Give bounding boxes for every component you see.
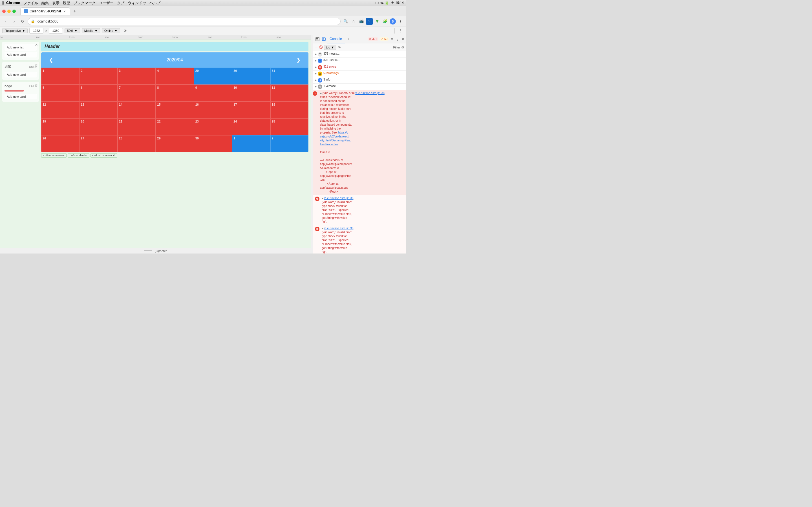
profile-avatar[interactable]: S [390, 18, 396, 24]
calendar-next-button[interactable]: ❯ [294, 56, 303, 64]
menubar-tab[interactable]: タブ [117, 1, 124, 6]
address-bar[interactable]: 🔒 localhost:5000 [28, 18, 341, 25]
menubar-bookmarks[interactable]: ブックマーク [73, 1, 96, 6]
reload-button[interactable]: ↻ [19, 18, 26, 25]
calendar-cell[interactable]: 5 [41, 84, 79, 101]
calendar-cell[interactable]: 14 [117, 101, 156, 118]
calendar-cell[interactable]: 1 [232, 135, 270, 152]
menubar-window[interactable]: ウィンドウ [128, 1, 146, 6]
calendar-cell[interactable]: 8 [156, 84, 194, 101]
calendar-cell[interactable]: 12 [41, 101, 79, 118]
zoom-select[interactable]: 50% ▼ [64, 28, 80, 33]
calendar-cell[interactable]: 29 [156, 135, 194, 152]
calendar-cell[interactable]: 10 [232, 84, 270, 101]
calendar-cell[interactable]: 15 [156, 101, 194, 118]
mobile-select[interactable]: Mobile ▼ [82, 28, 100, 33]
console-clear-icon[interactable]: 🚫 [319, 45, 323, 49]
extension-3[interactable]: 🧩 [382, 18, 389, 25]
error-link-4[interactable]: vue.runtime.esm.js:638 [324, 227, 353, 230]
bookmark-icon[interactable]: ☆ [350, 18, 357, 25]
viewport-height-input[interactable] [49, 28, 63, 34]
console-messages[interactable]: ▶ ☰ 375 messa... ▶ 👤 370 user m... ▶ ✕ 3… [313, 51, 406, 253]
console-group-info[interactable]: ▶ ℹ 3 info [313, 77, 406, 83]
calendar-cell[interactable]: 9 [194, 84, 232, 101]
error-message-4[interactable]: ⊗ ▶ vue.runtime.esm.js:638 [Vue warn]: I… [313, 225, 406, 253]
devtools-settings-icon[interactable]: ⚙ [390, 37, 394, 42]
calendar-cell[interactable]: 13 [79, 101, 117, 118]
cast-icon[interactable]: 📺 [358, 18, 365, 25]
menubar-history[interactable]: 履歴 [63, 1, 70, 6]
traffic-light-green[interactable] [12, 10, 16, 13]
calendar-cell[interactable]: 20 [194, 68, 232, 84]
debug-button-cofirmcurrentdate[interactable]: CofirmCurrentDate [41, 153, 66, 158]
extension-1[interactable]: S [366, 18, 373, 25]
calendar-cell[interactable]: 19 [41, 118, 79, 135]
debug-button-cofirmcalendar[interactable]: CofirmCalendar [68, 153, 89, 158]
menu-icon[interactable]: ⋮ [397, 18, 404, 25]
menubar-user[interactable]: ユーザー [99, 1, 114, 6]
calendar-cell[interactable]: 21 [117, 118, 156, 135]
add-new-card-button-2[interactable]: Add new card [4, 94, 37, 100]
kanban-list-close-0[interactable]: ✕ [35, 43, 38, 47]
calendar-cell[interactable]: 31 [270, 68, 308, 84]
traffic-light-red[interactable] [2, 10, 6, 13]
calendar-cell[interactable]: 2 [270, 135, 308, 152]
calendar-cell[interactable]: 24 [232, 118, 270, 135]
devtools-device-icon[interactable] [320, 37, 327, 41]
calendar-cell[interactable]: 25 [270, 118, 308, 135]
responsive-select[interactable]: Responsive ▼ [2, 28, 28, 33]
console-settings-icon[interactable]: ⚙ [401, 45, 404, 49]
console-group-warnings[interactable]: ▶ ⚠ 50 warnings [313, 71, 406, 77]
tab-close-button[interactable]: ✕ [63, 9, 66, 13]
calendar-cell[interactable]: 27 [79, 135, 117, 152]
calendar-cell[interactable]: 11 [270, 84, 308, 101]
devtools-console-tab[interactable]: Console [327, 35, 345, 43]
console-eye-icon[interactable]: 👁 [337, 45, 342, 50]
calendar-cell[interactable]: 22 [156, 118, 194, 135]
calendar-cell[interactable]: 1 [41, 68, 79, 84]
online-select[interactable]: Online ▼ [102, 28, 120, 33]
calendar-cell[interactable]: 26 [41, 135, 79, 152]
forward-button[interactable]: › [11, 18, 17, 25]
debug-button-cofirmcurrentmonth[interactable]: CofirmCurrentMonth [91, 153, 117, 158]
calendar-prev-button[interactable]: ❮ [47, 56, 56, 64]
console-filter-button[interactable]: Filter [393, 46, 400, 49]
console-group-errors[interactable]: ▶ ✕ 321 errors [313, 64, 406, 71]
error-link-2[interactable]: vue.runtime.esm.js:638 [355, 92, 384, 95]
menubar-chrome[interactable]: Chrome [6, 1, 20, 6]
error-message-3[interactable]: ⊗ ▶ vue.runtime.esm.js:638 [Vue warn]: I… [313, 195, 406, 225]
error-link-3[interactable]: vue.runtime.esm.js:638 [324, 196, 353, 200]
search-icon[interactable]: 🔍 [342, 18, 349, 25]
new-tab-button[interactable]: + [71, 8, 78, 15]
back-button[interactable]: ‹ [2, 18, 9, 25]
console-level-select[interactable]: top ▼ [324, 45, 336, 50]
kanban-list-close-1[interactable]: ✕ [35, 63, 38, 67]
devtools-options-icon[interactable]: ⋮ [395, 37, 400, 42]
devtools-inspect-icon[interactable] [314, 37, 320, 41]
calendar-cell[interactable]: 3 [117, 68, 156, 84]
error-message-2[interactable]: 2 ▶ [Vue warn]: Property or m vue.runtim… [313, 90, 406, 195]
rotate-icon[interactable]: ⟳ [122, 27, 129, 34]
calendar-cell[interactable]: 2 [79, 68, 117, 84]
console-group-user[interactable]: ▶ 👤 370 user m... [313, 58, 406, 64]
extension-2[interactable]: ▼ [374, 18, 380, 25]
browser-tab[interactable]: CalendarVueOriginal ✕ [20, 7, 70, 15]
menubar-view[interactable]: 表示 [52, 1, 59, 6]
menubar-help[interactable]: ヘルプ [149, 1, 160, 6]
apple-menu[interactable]:  [2, 1, 4, 6]
traffic-light-yellow[interactable] [7, 10, 11, 13]
kanban-list-close-2[interactable]: ✕ [35, 83, 38, 87]
calendar-cell[interactable]: 23 [194, 118, 232, 135]
devtools-more-tabs[interactable]: » [345, 35, 352, 43]
menubar-file[interactable]: ファイル [23, 1, 38, 6]
viewport-width-input[interactable] [29, 28, 43, 34]
console-sidebar-icon[interactable]: ☰ [315, 45, 318, 49]
menubar-edit[interactable]: 編集 [42, 1, 49, 6]
calendar-cell[interactable]: 17 [232, 101, 270, 118]
devtools-close-icon[interactable]: ✕ [401, 37, 405, 42]
calendar-cell[interactable]: 28 [117, 135, 156, 152]
devtools-more-icon[interactable]: ⋮ [397, 27, 404, 34]
console-group-verbose[interactable]: ▶ ⚙ 1 verbose [313, 83, 406, 90]
calendar-cell[interactable]: 7 [117, 84, 156, 101]
calendar-cell[interactable]: 6 [79, 84, 117, 101]
